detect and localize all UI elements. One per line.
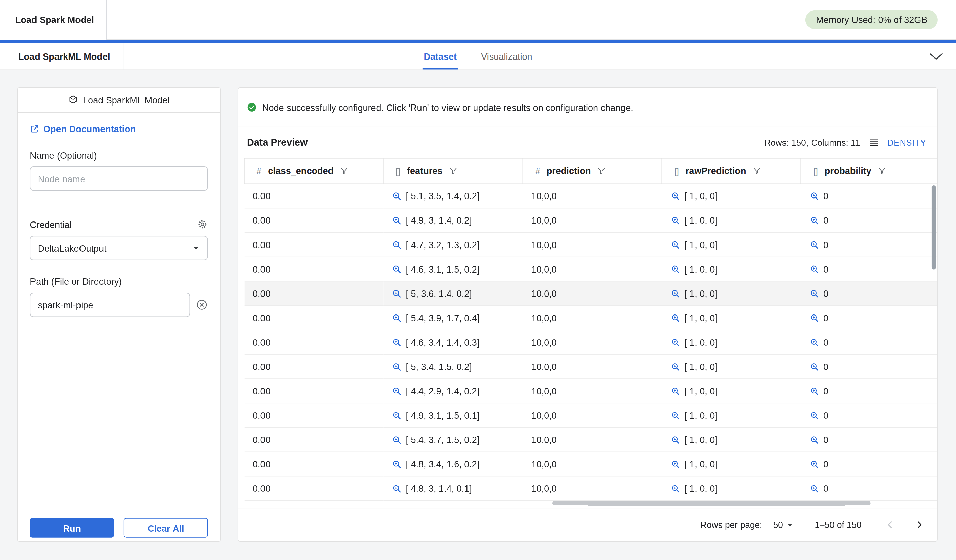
magnifier-plus-icon[interactable]: [810, 313, 819, 323]
vertical-scrollbar-thumb[interactable]: [932, 185, 936, 270]
column-header-prediction[interactable]: #prediction: [523, 158, 662, 184]
clear-path-icon[interactable]: [196, 299, 208, 311]
magnifier-plus-icon[interactable]: [670, 484, 680, 494]
table-row[interactable]: 0.00[ 5.4, 3.7, 1.5, 0.2]10,0,0[ 1, 0, 0…: [244, 427, 937, 452]
table-row[interactable]: 0.00[ 5.4, 3.9, 1.7, 0.4]10,0,0[ 1, 0, 0…: [244, 306, 937, 330]
view-tabs: Dataset Visualization: [423, 43, 533, 69]
magnifier-plus-icon[interactable]: [810, 240, 819, 250]
magnifier-plus-icon[interactable]: [670, 411, 680, 421]
magnifier-plus-icon[interactable]: [392, 411, 401, 421]
credential-row: Credential: [30, 219, 208, 230]
credential-select[interactable]: DeltaLakeOutput: [30, 236, 208, 260]
magnifier-plus-icon[interactable]: [670, 386, 680, 396]
horizontal-scrollbar[interactable]: [244, 501, 929, 505]
status-row: Node successfully configured. Click 'Run…: [239, 88, 937, 127]
column-header-rawPrediction[interactable]: []rawPrediction: [662, 158, 801, 184]
magnifier-plus-icon[interactable]: [810, 435, 819, 445]
column-header-class_encoded[interactable]: #class_encoded: [244, 158, 383, 184]
cell-features: [ 5, 3.6, 1.4, 0.2]: [383, 281, 523, 306]
tab-dataset[interactable]: Dataset: [423, 43, 458, 69]
cell-prediction: 10,0,0: [523, 281, 662, 306]
table-row[interactable]: 0.00[ 4.9, 3.1, 1.5, 0.1]10,0,0[ 1, 0, 0…: [244, 403, 937, 427]
table-row[interactable]: 0.00[ 5, 3.6, 1.4, 0.2]10,0,0[ 1, 0, 0]0: [244, 281, 937, 306]
magnifier-plus-icon[interactable]: [810, 337, 819, 347]
magnifier-plus-icon[interactable]: [392, 313, 401, 323]
path-input[interactable]: [30, 293, 190, 317]
rows-per-page-select[interactable]: 50: [773, 519, 795, 530]
magnifier-plus-icon[interactable]: [670, 435, 680, 445]
table-row[interactable]: 0.00[ 4.9, 3, 1.4, 0.2]10,0,0[ 1, 0, 0]0: [244, 208, 937, 232]
next-page-button[interactable]: [911, 517, 927, 533]
table-row[interactable]: 0.00[ 4.8, 3, 1.4, 0.1]10,0,0[ 1, 0, 0]0: [244, 476, 937, 500]
filter-icon[interactable]: [448, 166, 458, 176]
name-label: Name (Optional): [30, 150, 208, 160]
table-row[interactable]: 0.00[ 4.8, 3.4, 1.6, 0.2]10,0,0[ 1, 0, 0…: [244, 452, 937, 476]
magnifier-plus-icon[interactable]: [810, 460, 819, 469]
magnifier-plus-icon[interactable]: [810, 484, 819, 494]
magnifier-plus-icon[interactable]: [810, 411, 819, 421]
magnifier-plus-icon[interactable]: [670, 191, 680, 201]
magnifier-plus-icon[interactable]: [810, 264, 819, 274]
filter-icon[interactable]: [877, 166, 887, 176]
chevron-down-icon[interactable]: [929, 52, 943, 60]
filter-icon[interactable]: [597, 166, 606, 176]
gear-icon[interactable]: [197, 219, 208, 230]
magnifier-plus-icon[interactable]: [392, 484, 401, 494]
magnifier-plus-icon[interactable]: [810, 386, 819, 396]
magnifier-plus-icon[interactable]: [810, 191, 819, 201]
open-documentation-link[interactable]: Open Documentation: [30, 124, 208, 134]
magnifier-plus-icon[interactable]: [810, 216, 819, 226]
magnifier-plus-icon[interactable]: [392, 435, 401, 445]
column-header-probability[interactable]: []probability: [801, 158, 937, 184]
magnifier-plus-icon[interactable]: [392, 337, 401, 347]
table-row[interactable]: 0.00[ 4.7, 3.2, 1.3, 0.2]10,0,0[ 1, 0, 0…: [244, 233, 937, 257]
table-row[interactable]: 0.00[ 4.4, 2.9, 1.4, 0.2]10,0,0[ 1, 0, 0…: [244, 379, 937, 403]
density-button[interactable]: DENSITY: [887, 138, 926, 147]
magnifier-plus-icon[interactable]: [392, 216, 401, 226]
magnifier-plus-icon[interactable]: [670, 216, 680, 226]
filter-icon[interactable]: [340, 166, 349, 176]
previous-page-button[interactable]: [882, 517, 898, 533]
column-header-features[interactable]: []features: [383, 158, 523, 184]
cell-prediction: 10,0,0: [523, 184, 662, 208]
magnifier-plus-icon[interactable]: [392, 191, 401, 201]
node-name-input[interactable]: [30, 166, 208, 191]
window-tab-load-spark-model[interactable]: Load Spark Model: [0, 0, 107, 39]
node-title: Load SparkML Model: [0, 43, 124, 69]
vertical-scrollbar[interactable]: [932, 184, 936, 499]
magnifier-plus-icon[interactable]: [392, 264, 401, 274]
magnifier-plus-icon[interactable]: [392, 289, 401, 299]
table-row[interactable]: 0.00[ 4.6, 3.4, 1.4, 0.3]10,0,0[ 1, 0, 0…: [244, 330, 937, 355]
config-panel-header: Load SparkML Model: [17, 88, 220, 113]
density-icon[interactable]: [868, 137, 879, 148]
magnifier-plus-icon[interactable]: [670, 460, 680, 469]
magnifier-plus-icon[interactable]: [810, 289, 819, 299]
magnifier-plus-icon[interactable]: [670, 264, 680, 274]
magnifier-plus-icon[interactable]: [392, 240, 401, 250]
magnifier-plus-icon[interactable]: [670, 362, 680, 372]
preview-title: Data Preview: [247, 137, 308, 148]
tab-visualization[interactable]: Visualization: [480, 43, 534, 69]
magnifier-plus-icon[interactable]: [670, 337, 680, 347]
column-label: probability: [825, 166, 871, 176]
config-panel-footer: Run Clear All: [17, 518, 220, 541]
table-row[interactable]: 0.00[ 4.6, 3.1, 1.5, 0.2]10,0,0[ 1, 0, 0…: [244, 257, 937, 281]
magnifier-plus-icon[interactable]: [670, 313, 680, 323]
table-row[interactable]: 0.00[ 5.1, 3.5, 1.4, 0.2]10,0,0[ 1, 0, 0…: [244, 184, 937, 208]
column-label: features: [407, 166, 442, 176]
magnifier-plus-icon[interactable]: [670, 289, 680, 299]
magnifier-plus-icon[interactable]: [392, 362, 401, 372]
magnifier-plus-icon[interactable]: [810, 362, 819, 372]
run-button[interactable]: Run: [30, 518, 114, 538]
cell-class-encoded: 0.00: [244, 257, 383, 281]
clear-all-button[interactable]: Clear All: [124, 518, 208, 538]
cell-class-encoded: 0.00: [244, 208, 383, 232]
magnifier-plus-icon[interactable]: [392, 386, 401, 396]
horizontal-scrollbar-thumb[interactable]: [552, 501, 871, 505]
window-tab-label: Load Spark Model: [15, 14, 94, 25]
cell-prediction: 10,0,0: [523, 257, 662, 281]
table-row[interactable]: 0.00[ 5, 3.4, 1.5, 0.2]10,0,0[ 1, 0, 0]0: [244, 355, 937, 379]
magnifier-plus-icon[interactable]: [392, 460, 401, 469]
magnifier-plus-icon[interactable]: [670, 240, 680, 250]
filter-icon[interactable]: [752, 166, 761, 176]
